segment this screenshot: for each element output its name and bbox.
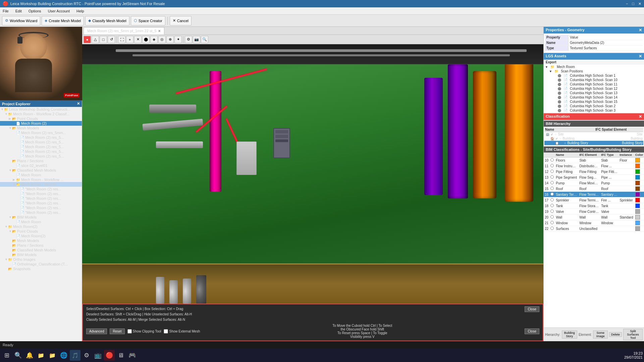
taskbar-red-app[interactable]: 🔴 xyxy=(104,350,115,361)
tree-item-mr-wf-res6[interactable]: 📄"Mech Room (2) res... xyxy=(0,210,82,215)
taskbar-start[interactable]: ⊞ xyxy=(1,350,12,361)
tree-item-mr-wf-res5[interactable]: 📄"Mech Room (2) res... xyxy=(0,205,82,210)
bim-class-radio-5[interactable] xyxy=(550,187,554,190)
tree-item-plans-sections-2[interactable]: 📂Plans / Sections xyxy=(0,243,82,248)
project-explorer-close[interactable]: ✕ xyxy=(77,102,80,106)
tree-item-mr-wf-res1[interactable]: 📄"Mech Room (2) res... xyxy=(0,187,82,191)
bim-class-row[interactable]: 13 Pipe Segment Flow Segment Pipe ... xyxy=(544,175,644,180)
bim-hier-row[interactable]: 🏢✓○SiteSite xyxy=(544,132,643,136)
show-external-label[interactable]: Show External Mesh xyxy=(164,329,200,334)
tree-item-point-clouds-2[interactable]: ▼📂Point Clouds xyxy=(0,229,82,234)
show-clipping-label[interactable]: Show Clipping Tool xyxy=(127,329,161,334)
taskbar-browser[interactable]: 🌐 xyxy=(58,350,69,361)
bim-class-radio-7[interactable] xyxy=(550,198,554,201)
tree-item-bim-models-1[interactable]: ▼📂BIM Models xyxy=(0,215,82,220)
tree-item-mech-room2-node[interactable]: ▼📁Mech Room(2) xyxy=(0,224,82,229)
bim-class-row[interactable]: 20 Wall Wall Wall Standard xyxy=(544,215,644,220)
lgs-item[interactable]: 📄Columbia High School- Scan 2 xyxy=(544,104,644,108)
taskbar-settings[interactable]: ⚙ xyxy=(81,350,92,361)
vp-btn-zoom[interactable]: 🔍 xyxy=(201,36,208,43)
show-external-checkbox[interactable] xyxy=(164,329,168,334)
tree-item-mr-res-5mm1[interactable]: 📄Mech Room (2) res_5mm... xyxy=(0,130,82,135)
info-close-btn-top[interactable]: Close xyxy=(525,306,539,312)
tree-item-mech-room-wf2-item[interactable]: ▼📁Mech Room - Workflo... xyxy=(0,182,82,187)
menu-help[interactable]: Help xyxy=(75,8,86,14)
minimize-btn[interactable]: − xyxy=(626,2,628,6)
vp-btn-triangle[interactable]: △ xyxy=(92,36,99,43)
reset-btn[interactable]: Reset xyxy=(110,328,124,334)
tree-item-ortho-images[interactable]: ▼📁Ortho Images xyxy=(0,257,82,262)
tree-item-mr-res-s2[interactable]: 📄Mech Room (2) res_5... xyxy=(0,140,82,144)
tree-item-mr-wf-res4[interactable]: 📄"Mech Room (2) res... xyxy=(0,201,82,205)
taskbar-folder[interactable]: 📁 xyxy=(47,350,58,361)
tree-item-mr-res-s5[interactable]: 📄Mech Room (2) res_5... xyxy=(0,154,82,159)
classify-mesh-model-btn[interactable]: ◆ Classify Mesh Model xyxy=(85,16,129,25)
bim-class-row[interactable]: 17 Sprinkler Flow Terminal Fire ... Spri… xyxy=(544,197,644,203)
lgs-item[interactable]: 📄Columbia High School- Scan 11 xyxy=(544,82,644,86)
bim-class-radio-1[interactable] xyxy=(550,164,554,167)
show-clipping-checkbox[interactable] xyxy=(127,329,132,334)
vp-btn-circle[interactable]: ◎ xyxy=(158,36,166,43)
menu-edit[interactable]: Edit xyxy=(14,8,23,14)
vp-btn-rotate[interactable]: ↺ xyxy=(108,36,115,43)
bim-class-row[interactable]: 21 Window Window Window xyxy=(544,220,644,226)
vp-btn-plus[interactable]: + xyxy=(126,36,133,43)
tree-item-ortho-class[interactable]: 📄OrthoImage_Classification (T... xyxy=(0,262,82,266)
main-tab[interactable]: Mech Room (2) res_5mm pt_1mm 22 st_5 ✕ xyxy=(84,27,164,35)
split-surfaces-btn[interactable]: Split Surfaces Tool xyxy=(623,329,643,340)
tree-item-mech-room-cm[interactable]: 📄Mech Room xyxy=(0,173,82,177)
tree-item-mesh-models-1[interactable]: ▼📂Mesh Models xyxy=(0,126,82,130)
tree-item-mech-room2-pc[interactable]: 📄Mech Room(2) xyxy=(0,234,82,238)
bim-class-row[interactable]: 10 Floors Slab Slab Floor xyxy=(544,158,644,163)
taskbar-music[interactable]: 🎵 xyxy=(70,350,80,361)
delete-btn[interactable]: Delete xyxy=(609,332,622,337)
menu-file[interactable]: File xyxy=(1,8,10,14)
tree-item-bim-models-2[interactable]: 📂BIM Models xyxy=(0,252,82,257)
bim-class-row[interactable]: 18 Tank Flow Storage ... Tank xyxy=(544,203,644,209)
taskbar-game[interactable]: 🎮 xyxy=(127,350,138,361)
tab-close-btn[interactable]: ✕ xyxy=(158,29,161,33)
maximize-btn[interactable]: □ xyxy=(632,2,634,6)
bim-class-radio-2[interactable] xyxy=(550,170,554,173)
tree-item-leica-root[interactable]: ▼📁Leica Workshop Building Constructi... xyxy=(0,107,82,112)
bim-class-radio-0[interactable] xyxy=(550,158,554,162)
tree-item-mr-res-s3[interactable]: 📄Mech Room (2) res_5... xyxy=(0,144,82,149)
tree-item-mesh-models-2[interactable]: 📂Mesh Models xyxy=(0,238,82,243)
lgs-item[interactable]: 📄Columbia High School- Scan 10 xyxy=(544,78,644,82)
advanced-btn[interactable]: Advanced xyxy=(86,328,107,334)
tree-item-slice-level01[interactable]: 📄slice 02_level01 xyxy=(0,163,82,168)
tree-item-mech-room-wf[interactable]: ▶📁Mech Room - Workflow ... xyxy=(0,177,82,182)
lgs-item[interactable]: ▼📁Mech Room xyxy=(544,65,644,69)
taskbar-taskview[interactable]: 🔔 xyxy=(24,350,35,361)
tree-item-mr-wf-res2[interactable]: 📄"Mech Room (2) res... xyxy=(0,191,82,196)
close-btn[interactable]: ✕ xyxy=(638,2,641,6)
3d-viewport[interactable] xyxy=(82,44,543,304)
taskbar-explorer[interactable]: 📁 xyxy=(36,350,46,361)
tree-item-classified-mesh-2[interactable]: 📂Classified Mesh Models xyxy=(0,248,82,252)
create-mesh-model-btn[interactable]: ◈ Create Mesh Model xyxy=(42,16,84,25)
bim-class-radio-12[interactable] xyxy=(550,227,554,230)
bim-class-radio-9[interactable] xyxy=(550,209,554,213)
vp-btn-star[interactable]: ✦ xyxy=(174,36,182,43)
tree-item-snapshots[interactable]: 📂Snapshots xyxy=(0,266,82,271)
taskbar-monitor[interactable]: 📺 xyxy=(93,350,103,361)
menu-options[interactable]: Options xyxy=(27,8,43,14)
bim-class-radio-8[interactable] xyxy=(550,204,554,207)
lgs-item[interactable]: 📄Columbia High School- Scan 3 xyxy=(544,108,644,113)
lgs-item[interactable]: 📄Columbia High School- Scan 1 xyxy=(544,73,644,78)
bim-class-row[interactable]: 12 Pipe Fitting Flow Fitting Pipe Fittin… xyxy=(544,169,644,175)
bim-class-row[interactable]: 11 Flow Instrument Distribution ... Flow… xyxy=(544,163,644,169)
lgs-close-icon[interactable]: ✕ xyxy=(639,54,642,59)
bim-class-radio-11[interactable] xyxy=(550,221,554,224)
tree-item-plans-sections-1[interactable]: 📂Plans / Sections xyxy=(0,159,82,163)
vp-btn-dot[interactable]: ⬤ xyxy=(142,36,150,43)
menu-user-account[interactable]: User Account xyxy=(47,8,71,14)
lgs-item[interactable]: 📄Columbia High School- Scan 13 xyxy=(544,91,644,95)
tree-item-mr-res-s4[interactable]: 📄Mech Room (2) res_5... xyxy=(0,149,82,154)
info-close-btn-bottom[interactable]: Close xyxy=(525,328,539,334)
vp-btn-settings[interactable]: ⚙ xyxy=(185,36,192,43)
taskbar-search[interactable]: 🔍 xyxy=(13,350,23,361)
tree-item-mr-wf-res3[interactable]: 📄"Mech Room (2) res... xyxy=(0,196,82,201)
bim-class-radio-3[interactable] xyxy=(550,175,554,179)
lgs-item[interactable]: 📄Columbia High School- Scan 14 xyxy=(544,95,644,100)
